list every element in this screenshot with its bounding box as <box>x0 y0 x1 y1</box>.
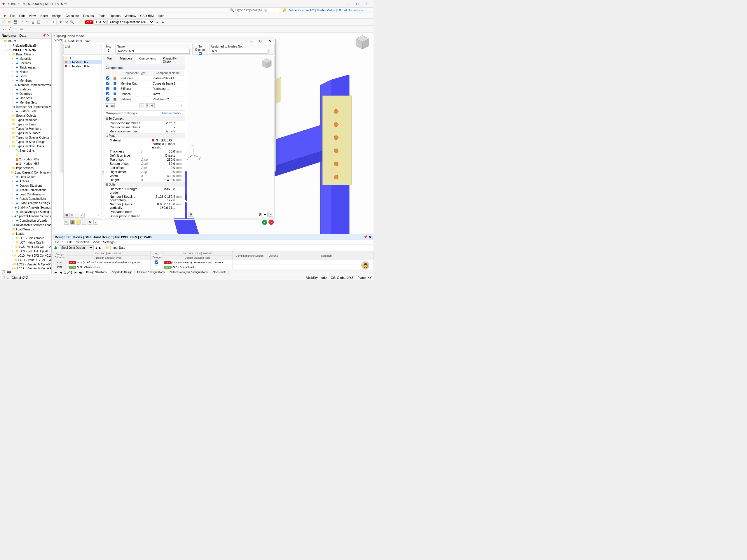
menu-results[interactable]: Results <box>81 14 96 18</box>
bp-menu-settings[interactable]: Settings <box>103 240 115 244</box>
tree-item[interactable]: ›📄PreloadedBolts.rf6 <box>0 44 51 48</box>
bp-menu-edit[interactable]: Edit <box>67 240 72 244</box>
prop-row[interactable]: Top offsetΔtop250.0mm <box>104 158 185 162</box>
tree-item[interactable]: ⌄📁Load Cases & Combinations <box>0 170 51 175</box>
tree-item[interactable]: ›◆Materials <box>0 57 51 61</box>
maximize-button[interactable]: ▢ <box>353 1 362 7</box>
comp-delete-icon[interactable]: ✕ <box>179 103 184 108</box>
dlg-body-icon[interactable]: 👤 <box>70 220 75 224</box>
menu-options[interactable]: Options <box>108 14 122 18</box>
nav-tab-data-icon[interactable]: 📋 <box>1 270 5 273</box>
tree-item[interactable]: ›📁LC10 - Vent D/G Cpi +0.2 <box>0 254 51 258</box>
bp-tab-otd[interactable]: Objects to Design <box>109 270 135 275</box>
dialog-ok-button[interactable]: ✓ <box>262 220 267 225</box>
print-icon[interactable]: 🖨 <box>30 20 35 25</box>
name-input[interactable] <box>117 49 190 54</box>
load-case-desc-combo[interactable]: Charges d'exploitations (2T/... <box>107 20 154 25</box>
bp-menu-view[interactable]: View <box>93 240 100 244</box>
list-sort-icon[interactable]: ↕ <box>75 213 79 218</box>
tree-item[interactable]: ›◆Design Situations <box>0 183 51 188</box>
tree-item[interactable]: ›📁LC13 - Vent Av/Ar Cpi -0.3 <box>0 267 51 269</box>
ds-to-design-checkbox[interactable] <box>155 265 158 268</box>
prop-row[interactable]: Connected member 1Barre 7 <box>104 121 185 125</box>
comp-settings-icon[interactable]: ⚙ <box>150 103 155 108</box>
tree-item[interactable]: ›◆Line Sets <box>0 96 51 100</box>
tree-item[interactable]: ›◆Action Combinations <box>0 188 51 192</box>
tree-item[interactable]: ›📁Load Wizards <box>0 227 51 232</box>
tree-item[interactable]: ›◆Relationship Between Load Cases <box>0 223 51 227</box>
nav-close-icon[interactable]: ✕ <box>47 33 50 37</box>
menu-window[interactable]: Window <box>123 14 138 18</box>
tree-item[interactable]: ›◆Static Analysis Settings <box>0 201 51 205</box>
tree-item[interactable]: ›◆Actions <box>0 179 51 183</box>
pick-nodes-icon[interactable]: ⌖ <box>268 49 273 53</box>
tree-item[interactable]: ›◆Member Sets <box>0 100 51 105</box>
surface-tool-icon[interactable]: ▭ <box>19 27 24 32</box>
tab-components[interactable]: Components <box>136 56 159 64</box>
component-checkbox[interactable] <box>106 76 109 80</box>
assistant-avatar[interactable]: 👩 <box>361 261 369 269</box>
tree-item[interactable]: 1 <box>0 153 51 157</box>
tree-item[interactable]: ›📁LC11 - Vent D/G Cpi -0.3 <box>0 258 51 262</box>
tree-item[interactable]: ›◆Stability Analysis Settings <box>0 205 51 210</box>
menu-tools[interactable]: Tools <box>96 14 107 18</box>
preview-scale-combo[interactable]: 18.. <box>256 212 267 217</box>
dialog-maximize-icon[interactable]: ▢ <box>257 39 265 43</box>
assigned-nodes-input[interactable] <box>211 49 268 54</box>
keyword-search-input[interactable] <box>235 8 279 12</box>
zoom-icon[interactable]: 🔍 <box>70 20 75 25</box>
component-checkbox[interactable] <box>106 87 109 90</box>
component-row[interactable]: End PlatePlatine d'about 1 <box>104 76 184 81</box>
prop-row[interactable]: Heighth1490.6mm <box>104 178 185 182</box>
bp-input-data-field[interactable] <box>110 246 151 250</box>
menu-file[interactable]: File <box>8 14 17 18</box>
dlg-zoom-icon[interactable]: 🔍 <box>64 220 69 224</box>
component-row[interactable]: StiffenerRaidisseur 1 <box>104 87 184 91</box>
tree-item[interactable]: 3 - Nodes : 687 <box>0 162 51 166</box>
node-tool-icon[interactable]: • <box>1 27 6 32</box>
nav-pin-icon[interactable]: 📌 <box>42 33 46 37</box>
tree-item[interactable]: ›📁LC1 - Poids propre <box>0 236 51 240</box>
prop-row[interactable]: Definition typeOffsets <box>104 153 185 158</box>
bp-prev-icon[interactable]: ◄ <box>95 246 98 250</box>
nav-tab-camera-icon[interactable]: 📷 <box>7 270 11 273</box>
tree-item[interactable]: ⌄📁Loads <box>0 232 51 236</box>
tree-item[interactable]: ⌄📁Types for Steel Joints <box>0 144 51 149</box>
tree-item[interactable]: ⌄🔧Steel Joints <box>0 149 51 153</box>
list-delete-icon[interactable]: ✕ <box>96 213 101 218</box>
list-copy-icon[interactable]: ⎘ <box>70 213 74 218</box>
prop-row[interactable]: Number | Spacing horizontally2 125.0 152… <box>104 194 185 202</box>
component-row[interactable]: HaunchJarret 1 <box>104 92 184 97</box>
list-new-icon[interactable]: ▦ <box>64 213 69 218</box>
tree-item[interactable]: ›◆Surface Sets <box>0 109 51 113</box>
component-checkbox[interactable] <box>106 98 109 101</box>
next-lc-icon[interactable]: ► <box>160 20 166 25</box>
menu-help[interactable]: Help <box>156 14 166 18</box>
tree-item[interactable]: ›📁Types for Steel Design <box>0 140 51 144</box>
menu-assign[interactable]: Assign <box>50 14 63 18</box>
navigator-tree[interactable]: 📁RFEM›📄PreloadedBolts.rf6⌄📄MILLET V15.rf… <box>0 38 51 269</box>
prop-row[interactable]: Reference memberBarre 5 <box>104 129 185 133</box>
tree-item[interactable]: ›◆Sections <box>0 61 51 65</box>
redo-icon[interactable]: ↷ <box>25 20 30 25</box>
dialog-cancel-button[interactable]: ✕ <box>268 220 274 225</box>
grid2-icon[interactable]: ⊟ <box>50 20 55 25</box>
comp-add-icon[interactable]: ▦ <box>105 103 109 108</box>
bp-tab-uc[interactable]: Ultimate Configurations <box>135 270 167 275</box>
tree-item[interactable]: ›📁Types for Surfaces <box>0 131 51 135</box>
bp-design-combo[interactable]: Steel Joint Design <box>59 245 94 250</box>
tab-plausibility[interactable]: Plausibility Check <box>160 56 185 64</box>
bp-nav-next-icon[interactable]: ► <box>74 271 77 274</box>
bp-tab-sj[interactable]: Steel Joints <box>210 270 229 275</box>
dlg-opt-icon[interactable]: ⚙ <box>87 220 92 224</box>
tree-item[interactable]: ›◆Thicknesses <box>0 65 51 70</box>
tree-item[interactable]: ⌄📄MILLET V15.rf6 <box>0 48 51 52</box>
ds-row[interactable]: DS2S ChSLS - CharacteristicS ChSLS - Cha… <box>53 265 374 269</box>
prop-row[interactable]: Preloaded bolts <box>104 210 185 214</box>
prop-checkbox[interactable] <box>172 210 175 213</box>
prop-row[interactable]: Number | Spacing vertically8 60.0 110.0 … <box>104 202 185 210</box>
to-design-checkbox[interactable] <box>199 52 202 55</box>
tree-item[interactable]: ›📁Types for Members <box>0 127 51 131</box>
menu-view[interactable]: View <box>27 14 37 18</box>
tree-item[interactable]: ›📁LC8 - Vent G/D Cpi +0.2 <box>0 245 51 249</box>
